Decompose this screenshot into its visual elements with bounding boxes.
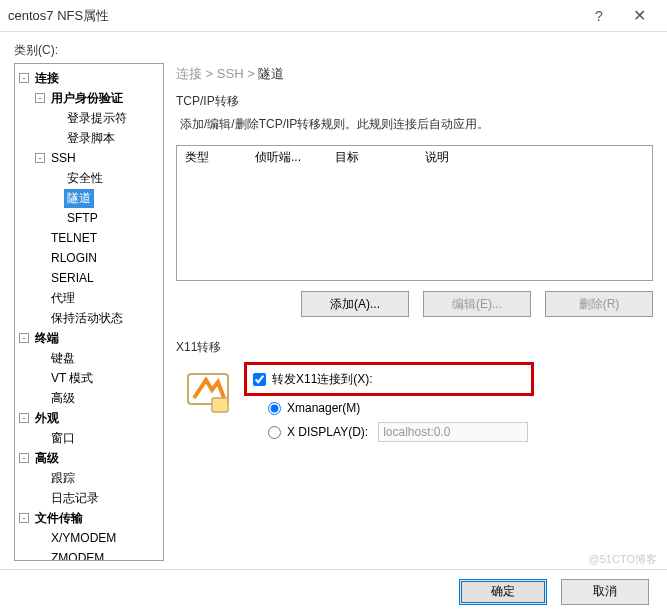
- titlebar: centos7 NFS属性 ? ✕: [0, 0, 667, 32]
- edit-button: 编辑(E)...: [423, 291, 531, 317]
- tree-item-用户身份验证[interactable]: -用户身份验证: [15, 88, 163, 108]
- breadcrumb-p1: 连接: [176, 66, 202, 81]
- tree-collapse-icon[interactable]: -: [19, 453, 29, 463]
- tree-label: 外观: [32, 409, 62, 428]
- tree-item-窗口[interactable]: -窗口: [15, 428, 163, 448]
- tree-collapse-icon[interactable]: -: [35, 93, 45, 103]
- tree-label: X/YMODEM: [48, 530, 119, 546]
- tree-label: SFTP: [64, 210, 101, 226]
- tree-item-SSH[interactable]: -SSH: [15, 148, 163, 168]
- tree-item-跟踪[interactable]: -跟踪: [15, 468, 163, 488]
- col-target[interactable]: 目标: [327, 149, 417, 166]
- tree-item-日志记录[interactable]: -日志记录: [15, 488, 163, 508]
- tree-label: 跟踪: [48, 469, 78, 488]
- tree-item-TELNET[interactable]: -TELNET: [15, 228, 163, 248]
- tree-collapse-icon[interactable]: -: [19, 333, 29, 343]
- tree-label: 用户身份验证: [48, 89, 126, 108]
- tree-label: SSH: [48, 150, 79, 166]
- tree-item-高级[interactable]: -高级: [15, 448, 163, 468]
- forward-x11-checkbox[interactable]: [253, 373, 266, 386]
- xdisplay-radio[interactable]: [268, 426, 281, 439]
- add-button[interactable]: 添加(A)...: [301, 291, 409, 317]
- tree-label: ZMODEM: [48, 550, 107, 561]
- tree-item-代理[interactable]: -代理: [15, 288, 163, 308]
- xmanager-radio[interactable]: [268, 402, 281, 415]
- tree-label: 保持活动状态: [48, 309, 126, 328]
- tree-label: 终端: [32, 329, 62, 348]
- tree-item-SERIAL[interactable]: -SERIAL: [15, 268, 163, 288]
- xdisplay-label: X DISPLAY(D):: [287, 425, 368, 439]
- delete-button: 删除(R): [545, 291, 653, 317]
- tree-item-高级[interactable]: -高级: [15, 388, 163, 408]
- tcp-help-text: 添加/编辑/删除TCP/IP转移规则。此规则连接后自动应用。: [180, 116, 653, 133]
- breadcrumb-p2: SSH: [217, 66, 244, 81]
- tree-item-保持活动状态[interactable]: -保持活动状态: [15, 308, 163, 328]
- tcp-rule-list[interactable]: 类型 侦听端... 目标 说明: [176, 145, 653, 281]
- tree-item-SFTP[interactable]: -SFTP: [15, 208, 163, 228]
- tree-item-隧道[interactable]: -隧道: [15, 188, 163, 208]
- tree-item-终端[interactable]: -终端: [15, 328, 163, 348]
- forward-x11-checkbox-row[interactable]: 转发X11连接到(X):: [253, 367, 525, 391]
- tree-item-登录提示符[interactable]: -登录提示符: [15, 108, 163, 128]
- tree-label: SERIAL: [48, 270, 97, 286]
- col-desc[interactable]: 说明: [417, 149, 652, 166]
- dialog-footer: 确定 取消: [0, 569, 667, 613]
- close-icon[interactable]: ✕: [619, 6, 659, 25]
- x11-group-title: X11转移: [176, 339, 653, 356]
- tree-label: 登录提示符: [64, 109, 130, 128]
- tree-label: 键盘: [48, 349, 78, 368]
- tree-label: 登录脚本: [64, 129, 118, 148]
- tree-collapse-icon[interactable]: -: [19, 413, 29, 423]
- tree-label: 日志记录: [48, 489, 102, 508]
- tree-label: VT 模式: [48, 369, 96, 388]
- col-type[interactable]: 类型: [177, 149, 247, 166]
- xdisplay-input: [378, 422, 528, 442]
- tree-collapse-icon[interactable]: -: [35, 153, 45, 163]
- tree-item-RLOGIN[interactable]: -RLOGIN: [15, 248, 163, 268]
- tree-label: 文件传输: [32, 509, 86, 528]
- cancel-button[interactable]: 取消: [561, 579, 649, 605]
- xdisplay-radio-row[interactable]: X DISPLAY(D):: [268, 420, 653, 444]
- tree-item-连接[interactable]: -连接: [15, 68, 163, 88]
- tree-item-VT 模式[interactable]: -VT 模式: [15, 368, 163, 388]
- tree-item-X/YMODEM[interactable]: -X/YMODEM: [15, 528, 163, 548]
- svg-rect-1: [212, 398, 228, 412]
- tree-collapse-icon[interactable]: -: [19, 513, 29, 523]
- x11-icon: [184, 368, 232, 416]
- xmanager-radio-row[interactable]: Xmanager(M): [268, 396, 653, 420]
- watermark: @51CTO博客: [589, 552, 657, 567]
- tree-label: 窗口: [48, 429, 78, 448]
- tree-item-外观[interactable]: -外观: [15, 408, 163, 428]
- col-listen[interactable]: 侦听端...: [247, 149, 327, 166]
- tree-label: 连接: [32, 69, 62, 88]
- highlight-box: 转发X11连接到(X):: [244, 362, 534, 396]
- tree-item-ZMODEM[interactable]: -ZMODEM: [15, 548, 163, 561]
- forward-x11-label: 转发X11连接到(X):: [272, 371, 373, 388]
- tree-item-登录脚本[interactable]: -登录脚本: [15, 128, 163, 148]
- help-icon[interactable]: ?: [579, 8, 619, 24]
- breadcrumb: 连接 > SSH > 隧道: [176, 65, 653, 83]
- breadcrumb-p3: 隧道: [258, 66, 284, 81]
- category-tree[interactable]: -连接-用户身份验证-登录提示符-登录脚本-SSH-安全性-隧道-SFTP-TE…: [14, 63, 164, 561]
- tcp-group-title: TCP/IP转移: [176, 93, 653, 110]
- tree-collapse-icon[interactable]: -: [19, 73, 29, 83]
- tcp-list-header: 类型 侦听端... 目标 说明: [177, 146, 652, 168]
- window-title: centos7 NFS属性: [8, 7, 579, 25]
- tree-item-键盘[interactable]: -键盘: [15, 348, 163, 368]
- tree-label: RLOGIN: [48, 250, 100, 266]
- tree-label: 高级: [32, 449, 62, 468]
- tree-item-文件传输[interactable]: -文件传输: [15, 508, 163, 528]
- tree-label: TELNET: [48, 230, 100, 246]
- tree-item-安全性[interactable]: -安全性: [15, 168, 163, 188]
- tree-label: 高级: [48, 389, 78, 408]
- category-label: 类别(C):: [14, 42, 667, 59]
- ok-button[interactable]: 确定: [459, 579, 547, 605]
- tree-label: 安全性: [64, 169, 106, 188]
- tree-label: 隧道: [64, 189, 94, 208]
- tree-label: 代理: [48, 289, 78, 308]
- xmanager-label: Xmanager(M): [287, 401, 360, 415]
